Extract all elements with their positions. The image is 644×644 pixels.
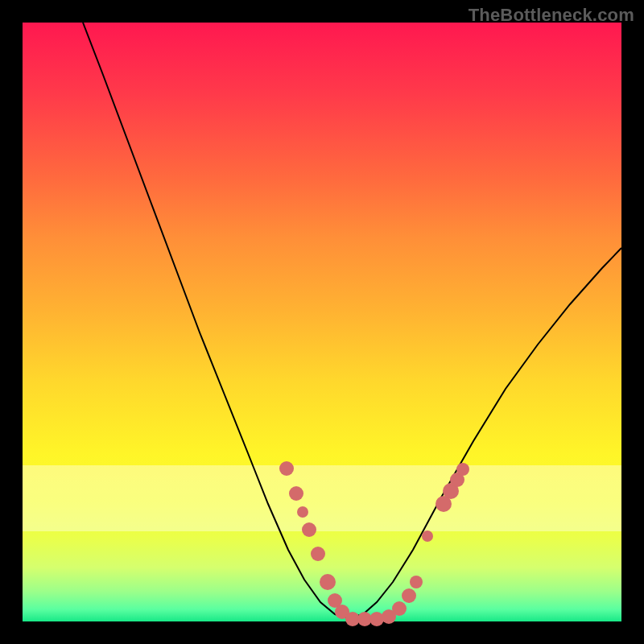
curve-marker bbox=[410, 576, 423, 588]
curve-marker bbox=[279, 461, 294, 476]
curve-marker bbox=[297, 506, 308, 518]
curve-marker bbox=[302, 522, 316, 537]
curve-marker bbox=[320, 574, 336, 590]
curve-marker bbox=[422, 530, 433, 542]
chart-plot-area bbox=[23, 23, 621, 621]
curve-marker bbox=[289, 486, 303, 501]
curve-marker bbox=[311, 547, 325, 561]
curve-marker bbox=[456, 463, 469, 476]
curve-marker bbox=[402, 588, 416, 603]
attribution-text: TheBottleneck.com bbox=[469, 5, 634, 26]
curve-marker bbox=[392, 601, 407, 616]
